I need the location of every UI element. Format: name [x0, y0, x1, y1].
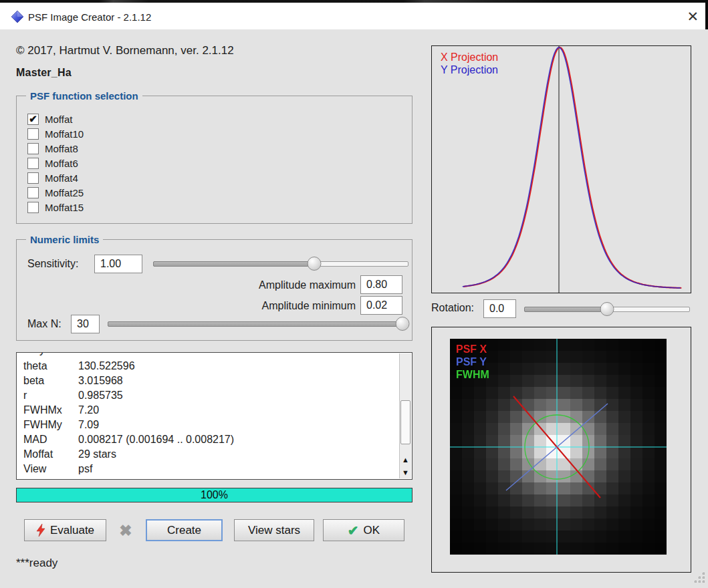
- close-button[interactable]: ✕: [687, 9, 699, 25]
- checkbox[interactable]: [27, 172, 39, 184]
- view-stars-button[interactable]: View stars: [234, 519, 314, 541]
- psf-view-panel: PSF X PSF Y FWHM: [431, 327, 691, 573]
- lightning-icon: [36, 524, 45, 537]
- psf-legend-x: PSF X: [456, 343, 487, 355]
- plot-legend-y: Y Projection: [441, 63, 498, 76]
- create-button[interactable]: Create: [146, 519, 223, 541]
- amplitude-maximum-input[interactable]: 0.80: [360, 275, 402, 294]
- result-row: MAD0.008217 (0.001694 .. 0.008217): [23, 432, 398, 447]
- window-title: PSF Image Creator - 2.1.12: [28, 11, 151, 23]
- results-text: y theta130.522596beta3.015968r0.985735FW…: [23, 353, 398, 479]
- max-n-slider[interactable]: [108, 317, 402, 331]
- result-row: FWHMy7.09: [23, 418, 398, 432]
- numeric-limits-group: Numeric limits Sensitivity: 1.00 Amplitu…: [16, 239, 412, 341]
- checkbox[interactable]: [27, 143, 39, 154]
- slider-fill: [108, 321, 402, 327]
- numeric-limits-group-title: Numeric limits: [26, 234, 103, 245]
- checkbox-label: Moffat8: [45, 143, 78, 154]
- evaluate-button[interactable]: Evaluate: [24, 519, 106, 541]
- checkbox[interactable]: [27, 158, 39, 169]
- psf-image: PSF X PSF Y FWHM: [450, 339, 667, 555]
- projection-plot: X Projection Y Projection: [431, 45, 691, 293]
- psf-function-group: PSF function selection ✔MoffatMoffat10Mo…: [16, 96, 412, 224]
- checkbox[interactable]: ✔: [27, 114, 39, 125]
- amplitude-minimum-input[interactable]: 0.02: [360, 296, 402, 315]
- checkbox-row[interactable]: Moffat4: [27, 170, 78, 185]
- projection-curves: [432, 46, 691, 293]
- checkbox-label: Moffat: [45, 114, 72, 125]
- status-text: ***ready: [16, 557, 57, 570]
- progress-bar: 100%: [16, 488, 412, 502]
- checkbox[interactable]: [27, 187, 39, 198]
- rotation-input[interactable]: 0.0: [483, 299, 516, 318]
- slider-fill: [524, 307, 607, 312]
- slider-thumb[interactable]: [396, 317, 410, 331]
- results-log: y theta130.522596beta3.015968r0.985735FW…: [16, 352, 412, 480]
- slider-thumb[interactable]: [600, 302, 614, 316]
- checkbox-label: Moffat6: [45, 158, 78, 169]
- checkbox-row[interactable]: Moffat6: [27, 156, 78, 170]
- amplitude-maximum-label: Amplitude maximum: [259, 279, 356, 291]
- psf-function-group-title: PSF function selection: [26, 90, 142, 102]
- checkbox-row[interactable]: Moffat10: [27, 126, 84, 141]
- psf-legend-fwhm: FWHM: [456, 368, 489, 381]
- target-image-name: Master_Ha: [16, 67, 72, 79]
- plot-legend-x: X Projection: [441, 51, 498, 63]
- checkbox-label: Moffat10: [45, 128, 84, 140]
- view-stars-label: View stars: [248, 524, 300, 537]
- checkbox[interactable]: [27, 202, 39, 213]
- evaluate-label: Evaluate: [50, 524, 94, 537]
- resize-grip[interactable]: [694, 572, 706, 584]
- checkbox[interactable]: [27, 128, 39, 140]
- app-window: PSF Image Creator - 2.1.12 ✕ © 2017, Har…: [0, 0, 708, 588]
- rotation-slider[interactable]: [524, 303, 690, 316]
- checkbox-row[interactable]: Moffat15: [27, 200, 84, 214]
- sensitivity-slider[interactable]: [153, 257, 408, 271]
- scrollbar[interactable]: ▲ ▼: [399, 353, 411, 478]
- result-row: r0.985735: [23, 388, 398, 403]
- checkbox-label: Moffat4: [45, 172, 78, 184]
- result-row: beta3.015968: [23, 374, 398, 388]
- slider-fill: [153, 261, 314, 267]
- result-row: FWHMx7.20: [23, 403, 398, 418]
- app-icon: [11, 10, 24, 23]
- result-row: Moffat29 stars: [23, 447, 398, 462]
- progress-label: 100%: [17, 488, 412, 502]
- check-icon: ✔: [348, 523, 359, 539]
- scroll-down-arrow[interactable]: ▼: [400, 466, 411, 478]
- result-row: Viewpsf: [23, 462, 398, 476]
- sensitivity-label: Sensitivity:: [27, 258, 78, 270]
- checkbox-row[interactable]: Moffat25: [27, 185, 84, 200]
- copyright-text: © 2017, Hartmut V. Bornemann, ver. 2.1.1…: [16, 44, 234, 57]
- slider-thumb[interactable]: [307, 257, 321, 271]
- checkbox-row[interactable]: ✔Moffat: [27, 112, 72, 126]
- result-row: theta130.522596: [23, 359, 398, 374]
- psf-legend-y: PSF Y: [456, 355, 487, 368]
- cancel-x-icon: ✖: [116, 521, 136, 541]
- scroll-up-arrow[interactable]: ▲: [400, 453, 411, 466]
- scrollbar-thumb[interactable]: [400, 400, 410, 444]
- max-n-input[interactable]: 30: [71, 315, 100, 333]
- desktop-corner: [705, 0, 708, 29]
- title-bar: PSF Image Creator - 2.1.12 ✕: [0, 3, 708, 29]
- checkbox-label: Moffat25: [45, 187, 84, 198]
- create-label: Create: [167, 524, 201, 537]
- checkbox-label: Moffat15: [45, 202, 84, 213]
- checkbox-row[interactable]: Moffat8: [27, 141, 78, 156]
- rotation-label: Rotation:: [431, 302, 474, 314]
- amplitude-minimum-label: Amplitude minimum: [262, 300, 356, 312]
- max-n-label: Max N:: [27, 318, 62, 330]
- ok-label: OK: [364, 524, 380, 537]
- sensitivity-input[interactable]: 1.00: [94, 255, 142, 273]
- results-partial-line: y: [23, 353, 398, 359]
- ok-button[interactable]: ✔ OK: [323, 519, 404, 541]
